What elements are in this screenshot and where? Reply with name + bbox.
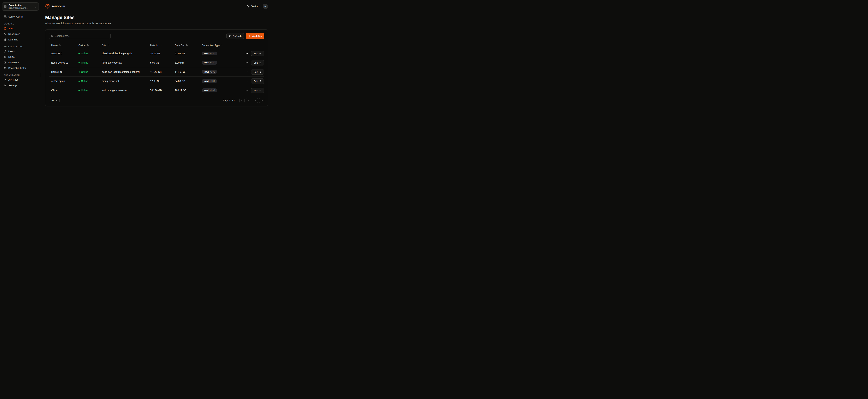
- org-selector-title: Organization: [8, 4, 33, 6]
- globe-icon: [4, 38, 7, 41]
- connection-type-name: Newt: [204, 71, 209, 73]
- cell-connection-type: Newt v1.3.2: [202, 70, 235, 74]
- sidebar-item-domains[interactable]: Domains: [2, 37, 39, 42]
- cell-data-in: 534.98 GB: [150, 89, 175, 92]
- column-label: Data In: [150, 44, 158, 47]
- column-header-data-in[interactable]: Data In: [150, 44, 162, 47]
- key-icon: [4, 79, 7, 81]
- gear-icon: [4, 84, 7, 87]
- refresh-button[interactable]: Refresh: [226, 33, 244, 39]
- sidebar-item-server-admin[interactable]: Server Admin: [2, 14, 39, 19]
- user-cog-icon: [4, 56, 7, 58]
- connection-type-name: Newt: [204, 52, 209, 55]
- cell-connection-type: Newt v1.3.2: [202, 79, 235, 83]
- cell-data-out: 3.20 MB: [175, 61, 202, 64]
- arrow-right-icon: [259, 52, 261, 55]
- avatar[interactable]: M: [262, 4, 268, 9]
- arrow-right-icon: [259, 89, 261, 92]
- org-selector[interactable]: Organization milo@fossorial.io's ...: [2, 2, 39, 10]
- user-icon: [4, 50, 7, 53]
- pager-buttons: [239, 98, 265, 103]
- sidebar-item-shareable-links[interactable]: Shareable Links: [2, 65, 39, 71]
- column-label: Data Out: [175, 44, 185, 47]
- connection-type-badge: Newt v1.3.2: [202, 79, 217, 83]
- section-heading-organization: ORGANIZATION: [4, 74, 39, 76]
- online-dot-icon: [79, 71, 80, 72]
- row-menu-button[interactable]: [245, 61, 249, 65]
- theme-toggle[interactable]: System: [247, 5, 259, 8]
- sidebar-item-label: Roles: [8, 56, 14, 58]
- sort-icon: [107, 44, 110, 47]
- prev-page-button[interactable]: [246, 98, 251, 103]
- sidebar-item-invitations[interactable]: Invitations: [2, 60, 39, 65]
- edit-button[interactable]: Edit: [251, 79, 264, 84]
- column-header-site[interactable]: Site: [102, 44, 110, 47]
- sidebar-item-label: Shareable Links: [8, 67, 26, 69]
- main-content: PANGOLIN System M Manage Sites Allow con…: [41, 0, 272, 123]
- resources-waypoints-icon: [4, 33, 7, 35]
- chevrons-up-down-icon: [34, 5, 37, 8]
- edit-button[interactable]: Edit: [251, 60, 264, 65]
- sidebar-item-resources[interactable]: Resources: [2, 31, 39, 37]
- connection-type-version: v1.3.2: [210, 61, 215, 64]
- row-menu-button[interactable]: [245, 52, 249, 56]
- cell-actions: Edit: [235, 60, 265, 65]
- page-subtitle: Allow connectivity to your network throu…: [45, 22, 268, 25]
- column-header-online[interactable]: Online: [79, 44, 89, 47]
- page-size-select[interactable]: 20: [49, 98, 60, 103]
- search-box: [49, 33, 111, 39]
- connection-type-name: Newt: [204, 89, 209, 92]
- connection-type-name: Newt: [204, 80, 209, 82]
- connection-type-version: v1.3.2: [210, 52, 215, 55]
- sidebar-scrollbar-thumb[interactable]: [41, 72, 41, 78]
- topbar-right: System M: [247, 4, 268, 9]
- cell-site-name: AWS VPC: [51, 52, 79, 55]
- table-row: Jeff's Laptop Online smug-brown-rat 12.6…: [49, 76, 265, 86]
- add-site-button[interactable]: Add Site: [246, 33, 265, 39]
- cell-site-name: Jeff's Laptop: [51, 80, 79, 83]
- cell-data-in: 30.12 MB: [150, 52, 175, 55]
- sidebar-item-sites[interactable]: Sites: [2, 26, 39, 31]
- online-label: Online: [81, 70, 88, 73]
- sidebar-item-label: Sites: [8, 27, 14, 30]
- connection-type-version: v1.3.2: [210, 71, 215, 73]
- sort-icon: [87, 44, 89, 47]
- sidebar-item-settings[interactable]: Settings: [2, 83, 39, 88]
- refresh-icon: [229, 35, 231, 37]
- row-menu-button[interactable]: [245, 79, 249, 83]
- link-icon: [4, 67, 7, 69]
- online-dot-icon: [79, 90, 80, 91]
- page-info: Page 1 of 1: [223, 99, 235, 102]
- arrow-right-icon: [259, 80, 261, 82]
- column-header-data-out[interactable]: Data Out: [175, 44, 188, 47]
- table-row: Edge Device 01 Online fortunate-cape-fox…: [49, 58, 265, 67]
- last-page-button[interactable]: [259, 98, 265, 103]
- sidebar-item-roles[interactable]: Roles: [2, 54, 39, 60]
- next-page-button[interactable]: [253, 98, 258, 103]
- column-header-connection-type[interactable]: Connection Type: [202, 44, 224, 47]
- section-heading-access-control: ACCESS CONTROL: [4, 46, 39, 48]
- cell-online-status: Online: [79, 52, 102, 55]
- table-row: Home Lab Online dead-san-joaquin-antelop…: [49, 67, 265, 76]
- theme-label: System: [251, 5, 259, 8]
- column-header-name[interactable]: Name: [51, 44, 61, 47]
- sidebar-item-api-keys[interactable]: API Keys: [2, 77, 39, 83]
- row-menu-button[interactable]: [245, 70, 249, 74]
- sidebar-item-users[interactable]: Users: [2, 49, 39, 54]
- sidebar-item-label: Settings: [8, 84, 17, 87]
- search-input[interactable]: [55, 35, 108, 37]
- cell-site-tunnel: fortunate-cape-fox: [102, 61, 150, 64]
- cell-connection-type: Newt v1.3.2: [202, 52, 235, 55]
- edit-button[interactable]: Edit: [251, 69, 264, 75]
- sidebar-item-label: Server Admin: [8, 15, 23, 18]
- building-icon: [4, 5, 7, 8]
- add-site-label: Add Site: [252, 35, 262, 37]
- connection-type-badge: Newt v1.3.2: [202, 52, 217, 55]
- edit-button[interactable]: Edit: [251, 51, 264, 56]
- first-page-button[interactable]: [239, 98, 245, 103]
- edit-label: Edit: [254, 52, 258, 55]
- row-menu-button[interactable]: [245, 88, 249, 92]
- edit-button[interactable]: Edit: [251, 88, 264, 93]
- table-body: AWS VPC Online vivacious-little-blue-pen…: [49, 49, 265, 95]
- cell-online-status: Online: [79, 80, 102, 83]
